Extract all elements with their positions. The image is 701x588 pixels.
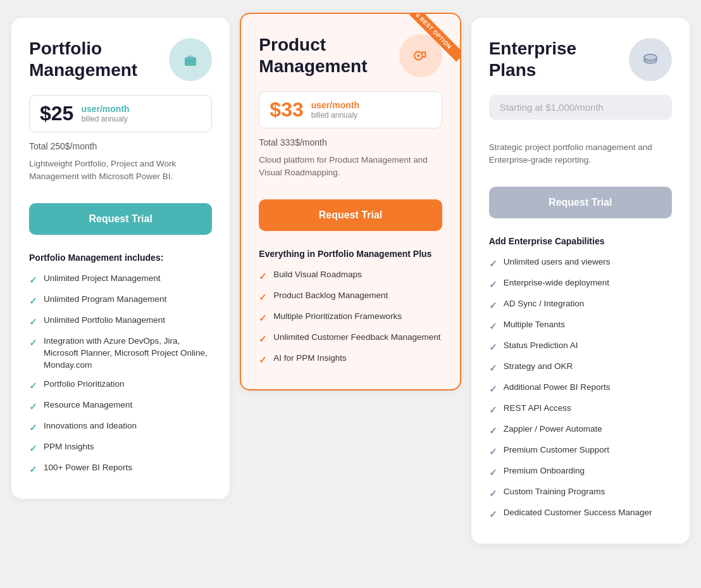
feature-item: ✓ Multiple Tenants [489, 319, 672, 333]
features-label: Everything in Portfolio Management Plus [259, 249, 442, 259]
features-label: Portfolio Management includes: [29, 253, 212, 263]
feature-text: AD Sync / Integration [504, 298, 585, 310]
feature-list: ✓ Unlimited users and viewers ✓ Enterpri… [489, 256, 672, 521]
feature-text: Premium Customer Support [504, 444, 609, 456]
svg-rect-1 [188, 56, 194, 59]
feature-item: ✓ Unlimited Customer Feedback Management [259, 332, 442, 346]
feature-item: ✓ Premium Onboarding [489, 465, 672, 479]
feature-text: Unlimited users and viewers [504, 256, 611, 268]
feature-text: Build Visual Roadmaps [273, 269, 361, 281]
feature-item: ✓ Unlimited Portfolio Management [29, 315, 212, 328]
feature-text: Innovations and Ideation [44, 420, 137, 432]
check-icon: ✓ [489, 508, 497, 521]
total-text: Total 250$/month [29, 141, 212, 151]
request-trial-button[interactable]: Request Trial [259, 199, 442, 231]
price-per-label: user/month [81, 104, 129, 115]
feature-text: Integration with Azure DevOps, Jira, Mic… [44, 335, 212, 372]
card-description: Strategic project portfolio management a… [489, 141, 672, 169]
features-label: Add Enterprise Capabilities [489, 236, 672, 246]
card-description: Lightweight Portfolio, Project and Work … [29, 158, 212, 185]
card-icon-circle [169, 38, 212, 81]
feature-item: ✓ Unlimited Project Management [29, 273, 212, 287]
check-icon: ✓ [489, 278, 497, 291]
check-icon: ✓ [29, 273, 37, 287]
feature-text: Unlimited Customer Feedback Management [273, 332, 440, 344]
price-detail: user/month billed annualy [81, 104, 129, 123]
feature-text: AI for PPM Insights [273, 353, 347, 365]
price-per-label: user/month [311, 100, 359, 111]
feature-text: Unlimited Portfolio Management [44, 315, 165, 327]
feature-item: ✓ Innovations and Ideation [29, 420, 212, 434]
check-icon: ✓ [489, 257, 497, 270]
feature-item: ✓ Unlimited Program Management [29, 294, 212, 308]
feature-text: Unlimited Project Management [44, 273, 161, 285]
card-header: PortfolioManagement [29, 38, 212, 81]
check-icon: ✓ [489, 445, 497, 458]
price-enterprise-text: Starting at $1,000/month [500, 102, 604, 113]
feature-text: Dedicated Customer Success Manager [504, 507, 652, 519]
feature-text: Custom Training Programs [504, 486, 605, 498]
feature-item: ✓ Status Prediction AI [489, 340, 672, 354]
check-icon: ✓ [489, 424, 497, 437]
check-icon: ✓ [489, 299, 497, 312]
feature-item: ✓ Zappier / Power Automate [489, 423, 672, 437]
check-icon: ✓ [489, 403, 497, 416]
price-box-enterprise: Starting at $1,000/month [489, 95, 672, 120]
card-enterprise: EnterprisePlans Starting at $1,000/month… [471, 18, 690, 544]
check-icon: ✓ [489, 361, 497, 375]
check-icon: ✓ [29, 294, 37, 308]
feature-list: ✓ Build Visual Roadmaps ✓ Product Backlo… [259, 269, 442, 366]
feature-text: Multiple Prioritization Frameworks [273, 311, 402, 323]
price-box-portfolio: $25 user/month billed annualy [29, 95, 212, 132]
feature-text: Portfolio Prioritization [44, 378, 125, 391]
request-trial-button[interactable]: Request Trial [489, 187, 672, 218]
price-amount: $33 [270, 98, 303, 122]
check-icon: ✓ [259, 332, 267, 346]
feature-text: Multiple Tenants [504, 319, 565, 331]
feature-item: ✓ Enterprise-wide deployment [489, 277, 672, 291]
check-icon: ✓ [29, 442, 37, 455]
check-icon: ✓ [29, 400, 37, 413]
feature-item: ✓ Additional Power BI Reports [489, 382, 672, 396]
feature-text: Unlimited Program Management [44, 294, 166, 306]
feature-item: ✓ Product Backlog Management [259, 290, 442, 304]
check-icon: ✓ [259, 353, 267, 366]
card-product: 6 BEST OPTION ProductManagement $33 user… [240, 13, 461, 391]
feature-text: Zappier / Power Automate [504, 423, 602, 435]
card-title: ProductManagement [259, 34, 367, 77]
card-icon-circle [629, 38, 672, 81]
feature-item: ✓ AI for PPM Insights [259, 353, 442, 366]
feature-text: Strategy and OKR [504, 361, 573, 373]
card-description: Cloud platform for Product Management an… [259, 154, 442, 182]
price-detail: user/month billed annualy [311, 100, 359, 120]
feature-item: ✓ Integration with Azure DevOps, Jira, M… [29, 335, 212, 372]
feature-item: ✓ 100+ Power BI Reports [29, 462, 212, 476]
check-icon: ✓ [489, 487, 497, 500]
check-icon: ✓ [29, 421, 37, 434]
check-icon: ✓ [29, 336, 37, 349]
feature-list: ✓ Unlimited Project Management ✓ Unlimit… [29, 273, 212, 476]
feature-item: ✓ PPM Insights [29, 441, 212, 455]
feature-item: ✓ Multiple Prioritization Frameworks [259, 311, 442, 325]
price-billed-label: billed annualy [311, 111, 359, 120]
feature-item: ✓ Custom Training Programs [489, 486, 672, 500]
feature-text: Premium Onboarding [504, 465, 585, 477]
card-title: PortfolioManagement [29, 38, 137, 80]
check-icon: ✓ [489, 320, 497, 333]
price-box-product: $33 user/month billed annualy [259, 91, 442, 128]
pricing-container: PortfolioManagement $25 user/month bille… [6, 13, 695, 549]
feature-text: Resource Management [44, 399, 132, 411]
card-title: EnterprisePlans [489, 38, 577, 80]
check-icon: ✓ [259, 270, 267, 283]
check-icon: ✓ [489, 341, 497, 354]
feature-text: 100+ Power BI Reports [44, 462, 132, 474]
check-icon: ✓ [29, 379, 37, 392]
price-billed-label: billed annualy [81, 115, 129, 123]
feature-item: ✓ Resource Management [29, 399, 212, 413]
feature-item: ✓ Dedicated Customer Success Manager [489, 507, 672, 521]
request-trial-button[interactable]: Request Trial [29, 203, 212, 235]
svg-rect-3 [190, 59, 192, 62]
feature-item: ✓ Strategy and OKR [489, 361, 672, 375]
check-icon: ✓ [259, 311, 267, 325]
ribbon-text: 6 BEST OPTION [409, 14, 460, 61]
